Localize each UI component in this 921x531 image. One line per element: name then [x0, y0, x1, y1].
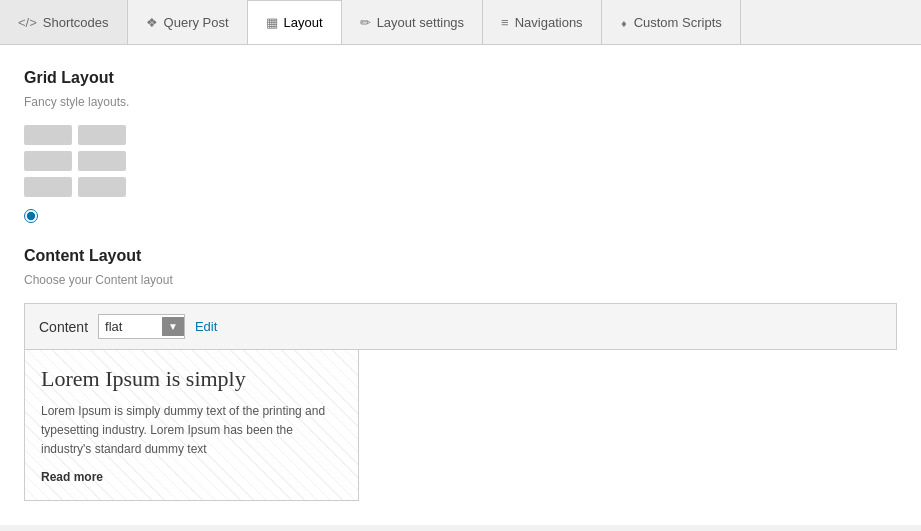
edit-link[interactable]: Edit: [195, 319, 217, 334]
grid-layout-desc: Fancy style layouts.: [24, 95, 897, 109]
grid-layout-preview: [24, 125, 897, 197]
tab-layout-label: Layout: [284, 15, 323, 30]
query-post-icon: ❖: [146, 15, 158, 30]
grid-block-3: [24, 151, 72, 171]
preview-title: Lorem Ipsum is simply: [41, 366, 342, 392]
content-layout-section: Content Layout Choose your Content layou…: [24, 247, 897, 501]
grid-radio-input[interactable]: [24, 209, 38, 223]
content-select[interactable]: flat card minimal standard: [99, 315, 162, 338]
main-content: Grid Layout Fancy style layouts. Content…: [0, 45, 921, 525]
shortcodes-icon: </>: [18, 15, 37, 30]
preview-body: Lorem Ipsum is simply dummy text of the …: [41, 402, 342, 460]
tab-bar: </> Shortcodes ❖ Query Post ▦ Layout ✏ L…: [0, 0, 921, 45]
tab-shortcodes-label: Shortcodes: [43, 15, 109, 30]
grid-block-4: [78, 151, 126, 171]
content-layout-title: Content Layout: [24, 247, 897, 265]
custom-scripts-icon: ⬧: [620, 15, 628, 30]
grid-layout-title: Grid Layout: [24, 69, 897, 87]
tab-shortcodes[interactable]: </> Shortcodes: [0, 0, 128, 44]
content-label: Content: [39, 319, 88, 335]
tab-layout-settings-label: Layout settings: [377, 15, 464, 30]
tab-navigations-label: Navigations: [515, 15, 583, 30]
content-select-wrapper: flat card minimal standard ▼: [98, 314, 185, 339]
grid-block-5: [24, 177, 72, 197]
grid-block-1: [24, 125, 72, 145]
content-layout-desc: Choose your Content layout: [24, 273, 897, 287]
grid-block-2: [78, 125, 126, 145]
tab-query-post[interactable]: ❖ Query Post: [128, 0, 248, 44]
grid-layout-section: Grid Layout Fancy style layouts.: [24, 69, 897, 223]
content-preview: Lorem Ipsum is simply Lorem Ipsum is sim…: [24, 350, 359, 501]
tab-custom-scripts[interactable]: ⬧ Custom Scripts: [602, 0, 741, 44]
preview-readmore[interactable]: Read more: [41, 470, 342, 484]
tab-custom-scripts-label: Custom Scripts: [634, 15, 722, 30]
tab-query-post-label: Query Post: [164, 15, 229, 30]
tab-layout[interactable]: ▦ Layout: [248, 0, 342, 45]
select-arrow-icon: ▼: [162, 317, 184, 336]
content-selector-row: Content flat card minimal standard ▼ Edi…: [24, 303, 897, 350]
navigations-icon: ≡: [501, 15, 509, 30]
grid-radio-row: [24, 209, 897, 223]
layout-settings-icon: ✏: [360, 15, 371, 30]
layout-icon: ▦: [266, 15, 278, 30]
tab-navigations[interactable]: ≡ Navigations: [483, 0, 602, 44]
grid-block-6: [78, 177, 126, 197]
tab-layout-settings[interactable]: ✏ Layout settings: [342, 0, 483, 44]
